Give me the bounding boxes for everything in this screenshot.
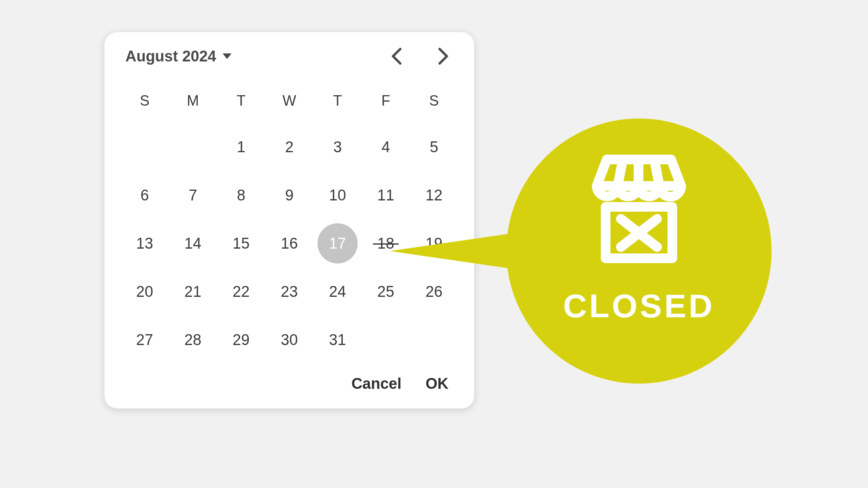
calendar-day[interactable]: 16 (269, 223, 309, 263)
calendar-cell: 24 (313, 267, 362, 316)
calendar-cell (121, 123, 169, 171)
calendar-cell: 6 (121, 171, 169, 219)
calendar-day[interactable]: 30 (269, 320, 309, 360)
calendar-cell (169, 123, 217, 171)
weekday-header: W (265, 79, 313, 123)
calendar-day[interactable]: 2 (269, 127, 309, 167)
calendar-day[interactable]: 1 (221, 127, 261, 167)
calendar-day[interactable]: 21 (173, 272, 213, 312)
calendar-cell: 15 (217, 219, 265, 267)
next-month-button[interactable] (434, 47, 453, 66)
calendar-day[interactable]: 20 (125, 272, 165, 312)
calendar-cell: 10 (313, 171, 362, 219)
calendar-day[interactable]: 15 (221, 223, 261, 263)
calendar-day[interactable]: 27 (125, 320, 165, 360)
svg-line-5 (654, 159, 659, 186)
closed-callout: CLOSED (390, 108, 792, 390)
calendar-cell: 8 (217, 171, 265, 219)
calendar-cell: 20 (121, 267, 169, 316)
closed-label: CLOSED (506, 287, 772, 325)
weekday-header: T (217, 79, 265, 123)
calendar-day[interactable]: 24 (317, 272, 358, 312)
calendar-cell: 31 (313, 316, 362, 364)
svg-marker-2 (390, 229, 542, 273)
calendar-cell: 23 (265, 267, 313, 316)
calendar-day[interactable]: 23 (269, 272, 309, 312)
calendar-day[interactable]: 31 (317, 320, 358, 360)
calendar-cell: 21 (169, 267, 217, 316)
weekday-header: S (121, 79, 169, 123)
weekday-header: M (169, 79, 217, 123)
calendar-day[interactable]: 9 (269, 175, 309, 215)
calendar-cell: 22 (217, 267, 265, 316)
calendar-cell: 14 (169, 219, 217, 267)
month-select-button[interactable]: August 2024 (125, 48, 231, 65)
calendar-cell: 29 (217, 316, 265, 364)
chevron-right-icon (438, 47, 449, 65)
calendar-cell: 3 (313, 123, 362, 171)
chevron-left-icon (391, 47, 402, 65)
calendar-cell: 30 (265, 316, 313, 364)
svg-line-3 (618, 159, 623, 186)
month-nav (387, 47, 453, 66)
calendar-day[interactable]: 13 (125, 223, 165, 263)
calendar-cell: 16 (265, 219, 313, 267)
calendar-cell: 28 (169, 316, 217, 364)
calendar-day[interactable]: 7 (173, 175, 213, 215)
date-picker-header: August 2024 (121, 47, 458, 79)
calendar-cell: 9 (265, 171, 313, 219)
calendar-day[interactable]: 22 (221, 272, 261, 312)
calendar-cell: 13 (121, 219, 169, 267)
calendar-day[interactable]: 10 (317, 175, 358, 215)
calendar-day[interactable]: 8 (221, 175, 261, 215)
calendar-cell: 27 (121, 316, 169, 364)
calendar-cell: 1 (217, 123, 265, 171)
calendar-day[interactable]: 28 (173, 320, 213, 360)
weekday-header: T (313, 79, 362, 123)
calendar-cell: 2 (265, 123, 313, 171)
calendar-day[interactable]: 14 (173, 223, 213, 263)
calendar-day[interactable]: 6 (125, 175, 165, 215)
dropdown-icon (223, 53, 231, 59)
calendar-cell: 7 (169, 171, 217, 219)
month-label: August 2024 (125, 48, 216, 65)
calendar-day[interactable]: 3 (317, 127, 358, 167)
calendar-cell: 17 (313, 219, 362, 267)
calendar-day[interactable]: 29 (221, 320, 261, 360)
calendar-day[interactable]: 17 (317, 223, 358, 263)
svg-marker-0 (223, 53, 231, 59)
prev-month-button[interactable] (387, 47, 406, 66)
